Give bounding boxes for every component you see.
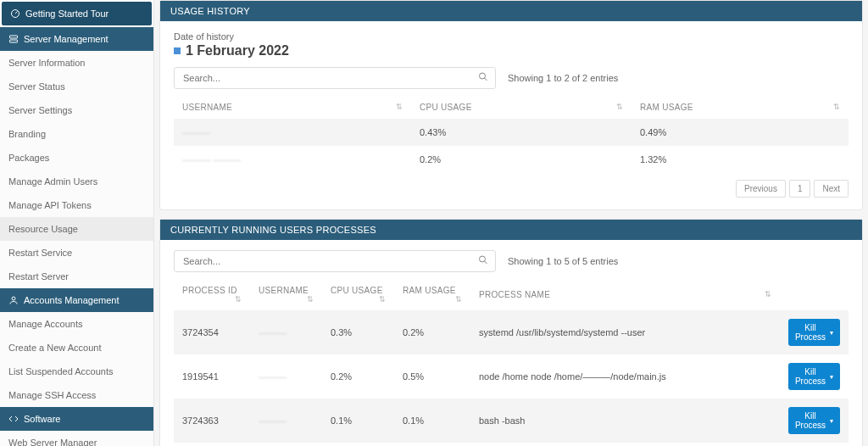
proc-ram: 0.9% (394, 443, 470, 446)
sort-icon: ⇅ (455, 295, 462, 304)
date-of-history-value: 1 February 2022 (174, 43, 849, 59)
table-row: ——— ———0.2%1.32% (174, 146, 849, 173)
usage-page-button[interactable]: 1 (789, 180, 811, 198)
svg-line-6 (485, 78, 487, 81)
sidebar-item-restart-server[interactable]: Restart Server (0, 265, 153, 288)
chevron-down-icon: ▾ (830, 373, 833, 381)
proc-name: PM2 v5.1.0 PM2 v5.1.0: God Daemon (/home… (470, 443, 780, 446)
gauge-icon (10, 8, 20, 19)
usage-history-panel: USAGE HISTORY Date of history 1 February… (159, 0, 863, 210)
sidebar-item-server-settings[interactable]: Server Settings (0, 98, 153, 122)
sort-icon: ⇅ (616, 103, 623, 111)
usage-user: ——— (174, 119, 411, 146)
getting-started-tour-button[interactable]: Getting Started Tour (2, 2, 152, 25)
kill-process-button[interactable]: Kill Process ▾ (788, 319, 840, 346)
usage-history-title: USAGE HISTORY (160, 1, 862, 21)
sidebar-item-restart-service[interactable]: Restart Service (0, 241, 153, 265)
svg-line-8 (485, 261, 487, 264)
sidebar-item-web-server-manager[interactable]: Web Server Manager (0, 431, 153, 446)
kill-process-button[interactable]: Kill Process ▾ (788, 407, 840, 434)
sidebar-item-list-suspended-accounts[interactable]: List Suspended Accounts (0, 360, 153, 383)
proc-user: ——— (250, 354, 322, 399)
usage-entries-info: Showing 1 to 2 of 2 entries (508, 73, 618, 83)
proc-pid: 3724363 (174, 399, 250, 443)
proc-col-2[interactable]: CPU USAGE⇅ (322, 279, 394, 310)
proc-col-1[interactable]: USERNAME⇅ (250, 279, 322, 310)
sidebar-item-create-a-new-account[interactable]: Create a New Account (0, 336, 153, 360)
proc-user: ——— (250, 443, 322, 446)
table-row: 3724354———0.3%0.2%systemd /usr/lib/syste… (174, 310, 849, 354)
sort-icon: ⇅ (765, 290, 771, 298)
sidebar-section-accounts-management[interactable]: Accounts Management (0, 288, 153, 312)
sidebar-item-manage-admin-users[interactable]: Manage Admin Users (0, 170, 153, 193)
sidebar-section-software[interactable]: Software (0, 407, 153, 431)
svg-point-3 (12, 297, 15, 300)
svg-point-7 (480, 256, 486, 262)
sidebar-item-server-status[interactable]: Server Status (0, 75, 153, 98)
chevron-down-icon: ▾ (830, 329, 833, 337)
date-of-history-label: Date of history (174, 31, 849, 42)
usage-cpu: 0.43% (411, 119, 632, 146)
proc-search-box (174, 250, 496, 272)
proc-cpu: 0.1% (322, 399, 394, 443)
sidebar-item-manage-accounts[interactable]: Manage Accounts (0, 312, 153, 336)
proc-search-input[interactable] (175, 251, 495, 271)
section-icon (8, 295, 19, 305)
sidebar-item-resource-usage[interactable]: Resource Usage (0, 217, 153, 241)
proc-col-0[interactable]: PROCESS ID⇅ (174, 279, 250, 310)
usage-prev-button[interactable]: Previous (736, 180, 786, 198)
usage-cpu: 0.2% (411, 146, 632, 173)
table-row: 1919541———0.2%0.5%node /home node /home/… (174, 354, 849, 399)
tour-label: Getting Started Tour (25, 8, 108, 19)
proc-name: bash -bash (470, 399, 780, 443)
proc-cpu: 0.3% (322, 310, 394, 354)
svg-rect-1 (10, 36, 18, 38)
table-row: 1918050———0.0%0.9%PM2 v5.1.0 PM2 v5.1.0:… (174, 443, 849, 446)
proc-ram: 0.5% (394, 354, 470, 399)
proc-ram: 0.2% (394, 310, 470, 354)
proc-name: systemd /usr/lib/systemd/systemd --user (470, 310, 780, 354)
proc-user: ——— (250, 399, 322, 443)
proc-col-4[interactable]: PROCESS NAME⇅ (470, 279, 780, 310)
sidebar-item-branding[interactable]: Branding (0, 122, 153, 146)
usage-col-2[interactable]: RAM USAGE⇅ (632, 96, 849, 119)
svg-rect-2 (10, 40, 18, 42)
processes-panel: CURRENTLY RUNNING USERS PROCESSES Showin… (159, 219, 863, 446)
chevron-down-icon: ▾ (830, 417, 833, 425)
usage-col-1[interactable]: CPU USAGE⇅ (411, 96, 632, 119)
proc-pid: 1919541 (174, 354, 250, 399)
sort-icon: ⇅ (307, 295, 314, 304)
usage-table: USERNAME⇅CPU USAGE⇅RAM USAGE⇅ ———0.43%0.… (174, 96, 849, 173)
table-row: 3724363———0.1%0.1%bash -bashKill Process… (174, 399, 849, 443)
sidebar-item-server-information[interactable]: Server Information (0, 51, 153, 75)
proc-table: PROCESS ID⇅USERNAME⇅CPU USAGE⇅RAM USAGE⇅… (174, 279, 849, 446)
search-icon[interactable] (478, 255, 488, 268)
calendar-square-icon (174, 47, 181, 54)
sidebar-section-server-management[interactable]: Server Management (0, 27, 153, 51)
section-icon (8, 414, 19, 424)
sort-icon: ⇅ (235, 295, 242, 304)
proc-cpu: 0.2% (322, 354, 394, 399)
kill-process-button[interactable]: Kill Process ▾ (788, 363, 840, 390)
proc-ram: 0.1% (394, 399, 470, 443)
usage-pager: Previous 1 Next (174, 173, 849, 199)
usage-next-button[interactable]: Next (814, 180, 849, 198)
proc-col-3[interactable]: RAM USAGE⇅ (394, 279, 470, 310)
usage-search-input[interactable] (175, 68, 495, 88)
proc-pid: 3724354 (174, 310, 250, 354)
section-icon (8, 34, 19, 44)
sort-icon: ⇅ (379, 295, 386, 304)
sidebar-item-manage-api-tokens[interactable]: Manage API Tokens (0, 193, 153, 217)
search-icon[interactable] (478, 72, 488, 85)
sidebar: Getting Started Tour Server ManagementSe… (0, 0, 154, 446)
proc-entries-info: Showing 1 to 5 of 5 entries (508, 256, 618, 266)
sidebar-item-packages[interactable]: Packages (0, 146, 153, 170)
main-content: USAGE HISTORY Date of history 1 February… (154, 0, 868, 446)
processes-title: CURRENTLY RUNNING USERS PROCESSES (160, 220, 862, 240)
usage-col-0[interactable]: USERNAME⇅ (174, 96, 411, 119)
svg-point-5 (480, 73, 486, 79)
usage-search-box (174, 67, 496, 89)
proc-user: ——— (250, 310, 322, 354)
usage-ram: 0.49% (632, 119, 849, 146)
sidebar-item-manage-ssh-access[interactable]: Manage SSH Access (0, 383, 153, 407)
